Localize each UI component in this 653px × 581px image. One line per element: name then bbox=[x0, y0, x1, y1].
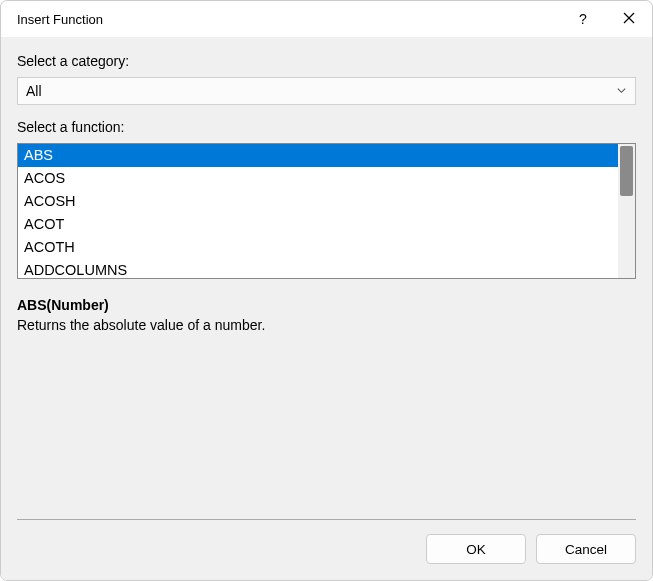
dialog-content: Select a category: All Select a function… bbox=[1, 37, 652, 580]
list-item[interactable]: ACOT bbox=[18, 213, 618, 236]
category-label: Select a category: bbox=[17, 53, 636, 69]
list-item[interactable]: ACOS bbox=[18, 167, 618, 190]
cancel-button[interactable]: Cancel bbox=[536, 534, 636, 564]
ok-button[interactable]: OK bbox=[426, 534, 526, 564]
function-list-inner: ABS ACOS ACOSH ACOT ACOTH ADDCOLUMNS bbox=[18, 144, 618, 278]
dialog-title: Insert Function bbox=[17, 12, 560, 27]
scrollbar[interactable] bbox=[618, 144, 635, 278]
chevron-down-icon bbox=[616, 83, 627, 99]
function-label: Select a function: bbox=[17, 119, 636, 135]
function-listbox[interactable]: ABS ACOS ACOSH ACOT ACOTH ADDCOLUMNS bbox=[17, 143, 636, 279]
scrollbar-thumb[interactable] bbox=[620, 146, 633, 196]
spacer bbox=[17, 333, 636, 519]
close-button[interactable] bbox=[606, 3, 652, 35]
help-button[interactable]: ? bbox=[560, 3, 606, 35]
help-icon: ? bbox=[579, 11, 587, 27]
list-item[interactable]: ADDCOLUMNS bbox=[18, 259, 618, 278]
function-description: Returns the absolute value of a number. bbox=[17, 317, 636, 333]
button-row: OK Cancel bbox=[17, 520, 636, 580]
titlebar: Insert Function ? bbox=[1, 1, 652, 37]
category-select[interactable]: All bbox=[17, 77, 636, 105]
list-item[interactable]: ACOTH bbox=[18, 236, 618, 259]
list-item[interactable]: ABS bbox=[18, 144, 618, 167]
ok-button-label: OK bbox=[466, 542, 486, 557]
cancel-button-label: Cancel bbox=[565, 542, 607, 557]
category-selected-value: All bbox=[26, 83, 42, 99]
close-icon bbox=[623, 11, 635, 27]
function-signature: ABS(Number) bbox=[17, 297, 636, 313]
list-item[interactable]: ACOSH bbox=[18, 190, 618, 213]
